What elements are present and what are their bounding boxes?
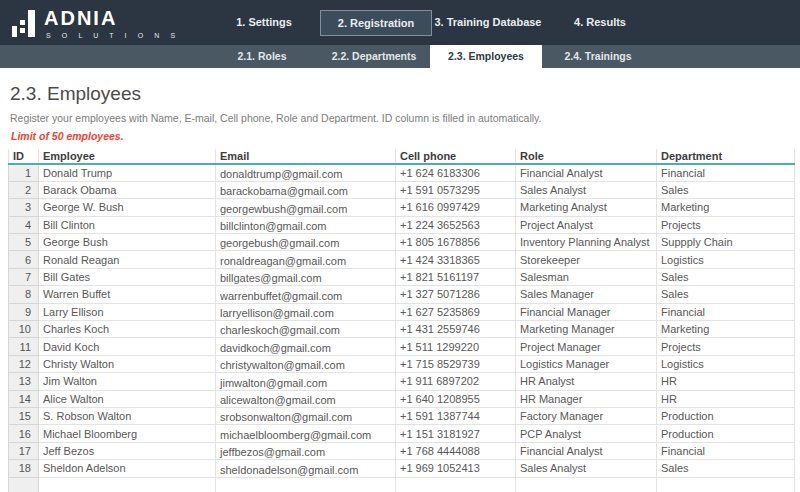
cell-role[interactable]: Financial Analyst bbox=[516, 442, 657, 459]
cell-email[interactable]: charleskoch@gmail.com bbox=[216, 321, 396, 338]
cell-phone[interactable]: +1 591 0573295 bbox=[396, 181, 516, 198]
cell-department[interactable]: Logistics bbox=[657, 355, 795, 372]
cell-employee[interactable]: Warren Buffet bbox=[39, 286, 216, 303]
cell-role[interactable]: Salesman bbox=[516, 268, 657, 285]
cell-employee[interactable] bbox=[39, 477, 216, 492]
cell-email[interactable]: warrenbuffet@gmail.com bbox=[216, 286, 396, 303]
cell-employee[interactable]: Christy Walton bbox=[39, 355, 216, 372]
cell-email[interactable]: larryellison@gmail.com bbox=[216, 303, 396, 320]
cell-phone[interactable]: +1 640 1208955 bbox=[396, 390, 516, 407]
cell-role[interactable]: Sales Analyst bbox=[516, 460, 657, 477]
cell-phone[interactable]: +1 431 2559746 bbox=[396, 321, 516, 338]
cell-department[interactable]: Financial bbox=[657, 164, 795, 181]
cell-phone[interactable]: +1 715 8529739 bbox=[396, 355, 516, 372]
cell-email[interactable]: donaldtrump@gmail.com bbox=[216, 164, 396, 181]
cell-email[interactable]: michaelbloomberg@gmail.com bbox=[216, 425, 396, 442]
cell-department[interactable]: Logistics bbox=[657, 251, 795, 268]
cell-department[interactable]: Projects bbox=[657, 216, 795, 233]
cell-role[interactable]: Sales Analyst bbox=[516, 181, 657, 198]
cell-department[interactable]: Sales bbox=[657, 286, 795, 303]
cell-employee[interactable]: Larry Ellison bbox=[39, 303, 216, 320]
cell-email[interactable]: ronaldreagan@gmail.com bbox=[216, 251, 396, 268]
cell-employee[interactable]: Jeff Bezos bbox=[39, 442, 216, 459]
cell-role[interactable]: Factory Manager bbox=[516, 407, 657, 424]
cell-phone[interactable]: +1 624 6183306 bbox=[396, 164, 516, 181]
cell-employee[interactable]: Ronald Reagan bbox=[39, 251, 216, 268]
cell-employee[interactable]: Bill Gates bbox=[39, 268, 216, 285]
nav-tab-4-results[interactable]: 4. Results bbox=[544, 10, 656, 36]
cell-email[interactable]: christywalton@gmail.com bbox=[216, 355, 396, 372]
cell-role[interactable]: Inventory Planning Analyst bbox=[516, 234, 657, 251]
cell-department[interactable]: HR bbox=[657, 373, 795, 390]
nav-tab-2-registration[interactable]: 2. Registration bbox=[320, 10, 432, 36]
cell-department[interactable]: Projects bbox=[657, 338, 795, 355]
cell-role[interactable]: Financial Manager bbox=[516, 303, 657, 320]
subnav-tab-2-2-departments[interactable]: 2.2. Departments bbox=[318, 45, 430, 68]
cell-employee[interactable]: George W. Bush bbox=[39, 199, 216, 216]
cell-department[interactable]: Financial bbox=[657, 303, 795, 320]
cell-phone[interactable]: +1 224 3652563 bbox=[396, 216, 516, 233]
cell-employee[interactable]: Bill Clinton bbox=[39, 216, 216, 233]
cell-email[interactable]: jeffbezos@gmail.com bbox=[216, 442, 396, 459]
cell-phone[interactable]: +1 768 4444088 bbox=[396, 442, 516, 459]
cell-phone[interactable] bbox=[396, 477, 516, 492]
nav-tab-3-training-database[interactable]: 3. Training Database bbox=[432, 10, 544, 36]
cell-role[interactable]: Marketing Manager bbox=[516, 321, 657, 338]
cell-phone[interactable]: +1 969 1052413 bbox=[396, 460, 516, 477]
cell-employee[interactable]: Michael Bloomberg bbox=[39, 425, 216, 442]
cell-email[interactable]: davidkoch@gmail.com bbox=[216, 338, 396, 355]
cell-role[interactable]: HR Analyst bbox=[516, 373, 657, 390]
cell-email[interactable]: srobsonwalton@gmail.com bbox=[216, 407, 396, 424]
cell-employee[interactable]: Barack Obama bbox=[39, 181, 216, 198]
cell-phone[interactable]: +1 627 5235869 bbox=[396, 303, 516, 320]
cell-phone[interactable]: +1 591 1387744 bbox=[396, 407, 516, 424]
cell-email[interactable]: billgates@gmail.com bbox=[216, 268, 396, 285]
cell-employee[interactable]: Sheldon Adelson bbox=[39, 460, 216, 477]
cell-department[interactable]: Sales bbox=[657, 460, 795, 477]
cell-department[interactable]: Marketing bbox=[657, 321, 795, 338]
cell-department[interactable]: Sales bbox=[657, 181, 795, 198]
cell-email[interactable]: sheldonadelson@gmail.com bbox=[216, 460, 396, 477]
subnav-tab-2-1-roles[interactable]: 2.1. Roles bbox=[206, 45, 318, 68]
cell-role[interactable]: HR Manager bbox=[516, 390, 657, 407]
cell-employee[interactable]: Donald Trump bbox=[39, 164, 216, 181]
cell-department[interactable]: Financial bbox=[657, 442, 795, 459]
cell-phone[interactable]: +1 911 6897202 bbox=[396, 373, 516, 390]
cell-role[interactable]: Financial Analyst bbox=[516, 164, 657, 181]
cell-role[interactable]: Sales Manager bbox=[516, 286, 657, 303]
cell-role[interactable]: Project Manager bbox=[516, 338, 657, 355]
cell-email[interactable]: jimwalton@gmail.com bbox=[216, 373, 396, 390]
cell-role[interactable]: Project Analyst bbox=[516, 216, 657, 233]
cell-email[interactable]: alicewalton@gmail.com bbox=[216, 390, 396, 407]
cell-employee[interactable]: Charles Koch bbox=[39, 321, 216, 338]
cell-role[interactable]: Storekeeper bbox=[516, 251, 657, 268]
cell-role[interactable]: Logistics Manager bbox=[516, 355, 657, 372]
cell-email[interactable]: billclinton@gmail.com bbox=[216, 216, 396, 233]
cell-department[interactable]: Sales bbox=[657, 268, 795, 285]
cell-department[interactable]: HR bbox=[657, 390, 795, 407]
cell-employee[interactable]: Alice Walton bbox=[39, 390, 216, 407]
cell-email[interactable]: georgewbush@gmail.com bbox=[216, 199, 396, 216]
cell-employee[interactable]: George Bush bbox=[39, 234, 216, 251]
cell-employee[interactable]: David Koch bbox=[39, 338, 216, 355]
cell-email[interactable]: georgebush@gmail.com bbox=[216, 234, 396, 251]
cell-department[interactable]: Production bbox=[657, 407, 795, 424]
cell-department[interactable]: Marketing bbox=[657, 199, 795, 216]
cell-employee[interactable]: Jim Walton bbox=[39, 373, 216, 390]
cell-phone[interactable]: +1 424 3318365 bbox=[396, 251, 516, 268]
cell-phone[interactable]: +1 151 3181927 bbox=[396, 425, 516, 442]
cell-phone[interactable]: +1 805 1678856 bbox=[396, 234, 516, 251]
cell-role[interactable] bbox=[516, 477, 657, 492]
cell-department[interactable] bbox=[657, 477, 795, 492]
cell-email[interactable] bbox=[216, 477, 396, 492]
cell-department[interactable]: Production bbox=[657, 425, 795, 442]
subnav-tab-2-3-employees[interactable]: 2.3. Employees bbox=[430, 45, 542, 68]
cell-phone[interactable]: +1 821 5161197 bbox=[396, 268, 516, 285]
cell-phone[interactable]: +1 616 0997429 bbox=[396, 199, 516, 216]
nav-tab-1-settings[interactable]: 1. Settings bbox=[208, 10, 320, 36]
cell-email[interactable]: barackobama@gmail.com bbox=[216, 181, 396, 198]
subnav-tab-2-4-trainings[interactable]: 2.4. Trainings bbox=[542, 45, 654, 68]
cell-role[interactable]: Marketing Analyst bbox=[516, 199, 657, 216]
cell-phone[interactable]: +1 511 1299220 bbox=[396, 338, 516, 355]
cell-phone[interactable]: +1 327 5071286 bbox=[396, 286, 516, 303]
